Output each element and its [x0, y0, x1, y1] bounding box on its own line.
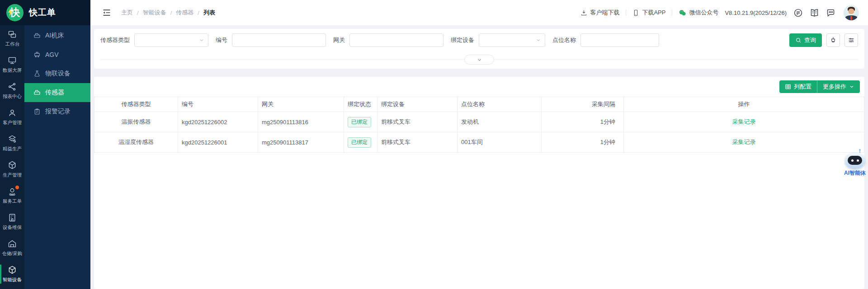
breadcrumb-sensor[interactable]: 传感器 — [176, 9, 193, 17]
lean-production-icon — [8, 135, 17, 144]
code-input[interactable] — [232, 33, 326, 47]
agv-icon — [33, 51, 41, 58]
col-sensor-type: 传感器类型 — [94, 97, 178, 112]
clear-filters-button[interactable] — [826, 33, 840, 47]
app-title: 快工单 — [29, 7, 56, 19]
cell-sensor-type: 温振传感器 — [94, 112, 178, 132]
sidebar-item-service-order[interactable]: 服务工单 — [0, 182, 24, 209]
main-area: 主页 / 智能设备 / 传感器 / 列表 客户端下载 下载APP — [90, 0, 868, 289]
service-order-icon — [8, 187, 17, 196]
divider — [672, 9, 672, 16]
cell-sensor-type: 温湿度传感器 — [94, 132, 178, 153]
sidebar-item-workbench[interactable]: 工作台 — [0, 25, 24, 51]
point-name-input[interactable] — [580, 33, 659, 47]
cell-bound-device: 前移式叉车 — [377, 132, 458, 153]
query-button[interactable]: 查询 — [789, 33, 822, 47]
wechat-icon — [679, 9, 686, 17]
smart-device-icon — [8, 266, 17, 275]
table-panel: 列配置 更多操作 传感器类型 — [94, 77, 864, 289]
gateway-input[interactable] — [349, 33, 443, 47]
more-actions-button[interactable]: 更多操作 — [817, 80, 860, 93]
robot-eye — [851, 159, 854, 162]
filter-collapse-toggle[interactable] — [464, 55, 494, 65]
collect-records-link[interactable]: 采集记录 — [732, 139, 756, 145]
col-code: 编号 — [178, 97, 258, 112]
sidebar-rail: 工作台 数据大屏 报表中心 客户管理 精益生产 — [0, 25, 24, 289]
breadcrumb-smart-device[interactable]: 智能设备 — [143, 9, 166, 17]
cell-gateway: mg250901113816 — [258, 112, 344, 132]
col-bound-device: 绑定设备 — [377, 97, 458, 112]
filter-label-bound-device: 绑定设备 — [451, 36, 474, 44]
submenu-item-sensor[interactable]: 传感器 — [24, 83, 90, 102]
lightning-bolt-icon — [8, 8, 13, 16]
submenu-item-iot-device[interactable]: 物联设备 — [24, 64, 90, 83]
wechat-official-link[interactable]: 微信公众号 — [679, 9, 718, 17]
chevron-down-icon — [476, 57, 482, 63]
sensor-type-select[interactable] — [134, 33, 208, 47]
status-badge: 已绑定 — [348, 137, 371, 148]
phone-icon — [632, 9, 639, 16]
table-row: 温湿度传感器 kgd20251226001 mg250901113817 已绑定… — [94, 132, 864, 153]
sidebar-item-report-center[interactable]: 报表中心 — [0, 78, 24, 104]
version-text: V8.10.21.9(2025/12/26) — [725, 9, 787, 16]
status-badge: 已绑定 — [348, 117, 371, 127]
alarm-record-icon — [33, 108, 41, 115]
sidebar-item-equipment-maintenance[interactable]: 设备维保 — [0, 209, 24, 235]
cell-interval: 1分钟 — [542, 112, 624, 132]
breadcrumb: 主页 / 智能设备 / 传感器 / 列表 — [121, 9, 215, 17]
table-header-row: 传感器类型 编号 网关 绑定状态 绑定设备 点位名称 采集间隔 操作 — [94, 97, 864, 112]
col-bind-status: 绑定状态 — [344, 97, 377, 112]
filter-divider — [100, 59, 858, 60]
cell-code: kgd20251226001 — [178, 132, 258, 153]
equipment-maintenance-icon — [8, 213, 17, 222]
sidebar-item-lean-production[interactable]: 精益生产 — [0, 130, 24, 156]
docs-book-icon[interactable] — [809, 8, 819, 18]
sidebar-item-data-screen[interactable]: 数据大屏 — [0, 51, 24, 78]
sidebar-submenu: AI机床 AGV 物联设备 传感器 报警记录 — [24, 25, 90, 289]
machine-icon — [33, 32, 41, 39]
sidebar-item-smart-device[interactable]: 智能设备 — [0, 261, 24, 287]
sidebar-item-customer[interactable]: 客户管理 — [0, 104, 24, 130]
cell-code: kgd20251226002 — [178, 112, 258, 132]
sensor-table: 传感器类型 编号 网关 绑定状态 绑定设备 点位名称 采集间隔 操作 温振传感器 — [94, 97, 864, 153]
user-avatar[interactable] — [844, 5, 859, 20]
submenu-item-ai-machine[interactable]: AI机床 — [24, 26, 90, 45]
bound-device-select[interactable] — [479, 33, 545, 47]
report-center-icon — [8, 82, 17, 91]
ai-assistant-robot-icon[interactable] — [844, 149, 866, 169]
download-app-link[interactable]: 下载APP — [632, 9, 665, 17]
submenu-item-agv[interactable]: AGV — [24, 45, 90, 64]
column-config-button[interactable]: 列配置 — [779, 80, 817, 93]
cell-bound-device: 前移式叉车 — [377, 112, 458, 132]
breadcrumb-home[interactable]: 主页 — [121, 9, 133, 17]
iot-device-icon — [33, 70, 41, 77]
collect-records-link[interactable]: 采集记录 — [732, 118, 756, 125]
filter-label-point-name: 点位名称 — [552, 36, 576, 44]
ai-assistant-widget[interactable]: AI智能体 — [842, 149, 868, 177]
client-download-link[interactable]: 客户端下载 — [580, 9, 619, 17]
announcement-icon[interactable] — [793, 8, 803, 18]
col-gateway: 网关 — [258, 97, 344, 112]
app-root: 快 快工单 工作台 数据大屏 报表中心 — [0, 0, 868, 289]
workbench-icon — [8, 30, 17, 39]
app-logo[interactable]: 快 — [6, 4, 24, 21]
menu-collapse-icon[interactable] — [102, 8, 111, 17]
filter-settings-button[interactable] — [844, 33, 858, 47]
sidebar: 快 快工单 工作台 数据大屏 报表中心 — [0, 0, 90, 289]
sliders-icon — [848, 37, 855, 44]
submenu-item-alarm-record[interactable]: 报警记录 — [24, 102, 90, 121]
grid-icon — [785, 84, 791, 90]
cell-point-name: 001车间 — [458, 132, 542, 153]
sidebar-item-warehouse[interactable]: 仓储/采购 — [0, 235, 24, 261]
top-header: 主页 / 智能设备 / 传感器 / 列表 客户端下载 下载APP — [90, 0, 868, 25]
robot-eye — [857, 159, 859, 162]
sidebar-item-production[interactable]: 生产管理 — [0, 156, 24, 182]
customer-icon — [8, 108, 17, 117]
broom-icon — [830, 37, 837, 44]
message-icon[interactable] — [826, 8, 835, 18]
cell-point-name: 发动机 — [458, 112, 542, 132]
ai-assistant-label: AI智能体 — [844, 169, 866, 177]
col-actions: 操作 — [624, 97, 864, 112]
filter-panel: 传感器类型 编号 网关 绑定设备 — [94, 29, 864, 69]
cell-interval: 1分钟 — [542, 132, 624, 153]
